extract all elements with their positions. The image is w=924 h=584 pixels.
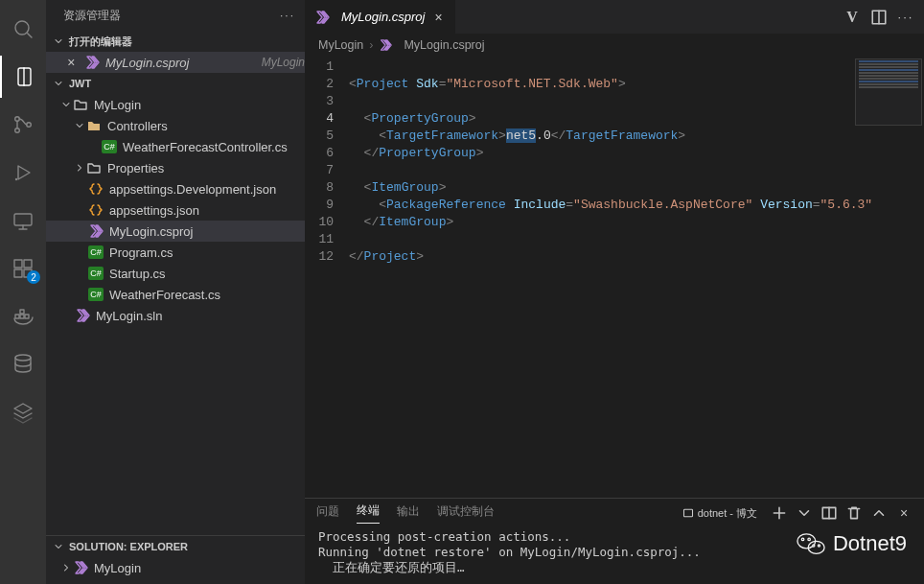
folder-icon [86, 118, 102, 133]
tree-folder-project[interactable]: MyLogin [46, 94, 305, 115]
tree-file-startup[interactable]: C#Startup.cs [46, 263, 305, 284]
more-icon[interactable]: ··· [897, 9, 914, 26]
tree-label: Properties [107, 161, 305, 175]
folder-icon [86, 160, 102, 175]
solution-root[interactable]: MyLogin [46, 557, 305, 578]
terminal-name: dotnet - 博文 [698, 506, 757, 521]
chevron-down-icon[interactable] [796, 504, 813, 522]
panel-tab-problems[interactable]: 问题 [316, 503, 339, 524]
json-file-icon [88, 202, 104, 218]
open-editor-folder: MyLogin [262, 56, 305, 69]
solution-explorer-header[interactable]: SOLUTION: EXPLORER [46, 536, 305, 557]
vs-icon [73, 560, 88, 575]
terminal-body[interactable]: Processing post-creation actions... Runn… [305, 527, 924, 584]
split-terminal-icon[interactable] [820, 504, 838, 522]
tree-file-sln[interactable]: MyLogin.sln [46, 305, 305, 326]
chevron-up-icon[interactable] [870, 504, 888, 522]
tree-label: MyLogin [94, 561, 305, 575]
panel-tab-debug[interactable]: 调试控制台 [437, 503, 495, 524]
editor-area: MyLogin.csproj × V ··· MyLogin › MyLogin… [305, 0, 924, 584]
tab-label: MyLogin.csproj [341, 10, 425, 24]
activity-bar: 2 [0, 0, 46, 584]
csharp-file-icon: C# [88, 287, 104, 302]
json-file-icon [88, 181, 104, 197]
search-icon[interactable] [0, 8, 46, 50]
open-editor-filename: MyLogin.csproj [105, 56, 256, 70]
tree-file-weather[interactable]: C#WeatherForecast.cs [46, 284, 305, 305]
csproj-file-icon [88, 223, 104, 239]
more-icon[interactable]: ··· [280, 9, 295, 22]
code-editor[interactable]: 123456789101112 <Project Sdk="Microsoft.… [305, 57, 924, 498]
tree-file-program[interactable]: C#Program.cs [46, 242, 305, 263]
trash-icon[interactable] [845, 504, 863, 522]
tree-file-weatherctrl[interactable]: C#WeatherForecastController.cs [46, 136, 305, 157]
csproj-file-icon [84, 55, 100, 70]
sln-file-icon [75, 308, 90, 323]
tree-folder-properties[interactable]: Properties [46, 157, 305, 178]
tree-label: WeatherForecastController.cs [123, 140, 305, 154]
tree-label: MyLogin.sln [96, 309, 305, 323]
close-icon[interactable]: × [430, 10, 446, 25]
csharp-file-icon: C# [102, 139, 117, 154]
tree-label: MyLogin.csproj [109, 224, 305, 239]
tree-label: appsettings.Development.json [109, 182, 305, 197]
solution-label: SOLUTION: EXPLORER [69, 541, 188, 552]
svg-rect-11 [20, 315, 24, 318]
terminal-line: 正在确定要还原的项目… [318, 560, 465, 574]
tab-mylogin-csproj[interactable]: MyLogin.csproj × [305, 0, 456, 34]
tabs-row: MyLogin.csproj × V ··· [305, 0, 924, 34]
chevron-down-icon [59, 98, 73, 111]
code-content[interactable]: <Project Sdk="Microsoft.NET.Sdk.Web"> <P… [349, 57, 924, 498]
explorer-title: 资源管理器 [63, 8, 121, 24]
source-control-icon[interactable] [0, 104, 46, 146]
svg-rect-16 [683, 509, 692, 517]
svg-point-4 [15, 178, 17, 180]
breadcrumb-file[interactable]: MyLogin.csproj [404, 38, 484, 52]
terminal-selector[interactable]: dotnet - 博文 [677, 506, 763, 521]
tree-label: Startup.cs [109, 267, 305, 281]
csharp-file-icon: C# [88, 245, 104, 260]
chevron-down-icon [52, 540, 65, 553]
add-terminal-icon[interactable] [771, 504, 788, 522]
csproj-file-icon [379, 38, 392, 52]
tree-folder-controllers[interactable]: Controllers [46, 115, 305, 136]
tree-label: MyLogin [94, 98, 305, 112]
open-editors-header[interactable]: 打开的编辑器 [46, 31, 305, 52]
extensions-icon[interactable]: 2 [0, 247, 46, 290]
breadcrumbs[interactable]: MyLogin › MyLogin.csproj [305, 34, 924, 57]
database-icon[interactable] [0, 343, 46, 385]
svg-rect-8 [14, 269, 22, 277]
extensions-badge: 2 [27, 270, 40, 284]
sidebar-explorer: 资源管理器 ··· 打开的编辑器 × MyLogin.csproj MyLogi… [46, 0, 305, 584]
remote-icon[interactable] [0, 199, 46, 242]
close-icon[interactable]: × [895, 504, 912, 522]
folder-icon [73, 97, 88, 112]
split-editor-icon[interactable] [870, 9, 888, 26]
explorer-icon[interactable] [0, 56, 46, 98]
chevron-right-icon: › [369, 38, 373, 52]
docker-icon[interactable] [0, 295, 46, 338]
svg-rect-6 [14, 260, 22, 268]
svg-point-14 [15, 355, 31, 361]
tree-label: appsettings.json [109, 203, 305, 218]
tree-file-csproj[interactable]: MyLogin.csproj [46, 221, 305, 242]
open-editor-item[interactable]: × MyLogin.csproj MyLogin [46, 52, 305, 73]
svg-rect-5 [14, 214, 32, 225]
stack-icon[interactable] [0, 391, 46, 433]
open-editors-label: 打开的编辑器 [69, 35, 132, 49]
run-debug-icon[interactable] [0, 152, 46, 194]
panel-tabs: 问题 终端 输出 调试控制台 dotnet - 博文 × [305, 499, 924, 527]
close-icon[interactable]: × [63, 55, 79, 70]
minimap[interactable] [855, 58, 922, 126]
svg-rect-10 [15, 315, 19, 318]
panel-tab-terminal[interactable]: 终端 [357, 502, 380, 524]
tree-file-appsettings-dev[interactable]: appsettings.Development.json [46, 178, 305, 199]
csproj-file-icon [314, 10, 330, 25]
tree-file-appsettings[interactable]: appsettings.json [46, 199, 305, 221]
breadcrumb-root[interactable]: MyLogin [318, 38, 363, 52]
panel: 问题 终端 输出 调试控制台 dotnet - 博文 × Processing … [305, 498, 924, 584]
workspace-header[interactable]: JWT [46, 73, 305, 94]
vim-icon[interactable]: V [843, 9, 861, 26]
panel-tab-output[interactable]: 输出 [397, 503, 420, 524]
tree-label: Program.cs [109, 245, 305, 260]
